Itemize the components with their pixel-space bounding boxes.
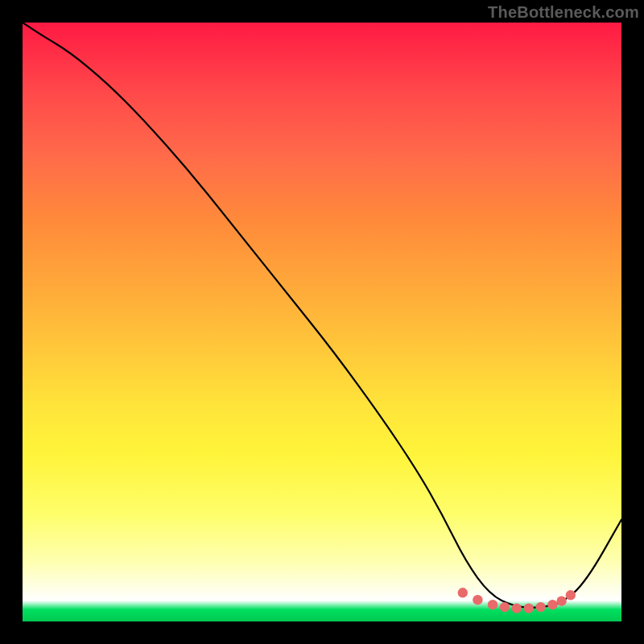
marker-dot bbox=[512, 603, 522, 613]
marker-dot bbox=[566, 590, 576, 600]
watermark-text: TheBottleneck.com bbox=[488, 3, 639, 22]
chart-frame: TheBottleneck.com bbox=[0, 0, 644, 644]
marker-dot bbox=[500, 602, 510, 612]
marker-dot bbox=[535, 602, 545, 612]
plot-area bbox=[23, 23, 621, 621]
marker-dot bbox=[524, 603, 534, 613]
marker-dot bbox=[488, 600, 497, 609]
valley-markers bbox=[458, 588, 576, 613]
marker-dot bbox=[473, 595, 482, 605]
main-curve bbox=[23, 23, 621, 608]
marker-dot bbox=[547, 600, 557, 609]
marker-dot bbox=[458, 588, 468, 597]
curve-layer bbox=[23, 23, 621, 621]
marker-dot bbox=[556, 597, 566, 606]
